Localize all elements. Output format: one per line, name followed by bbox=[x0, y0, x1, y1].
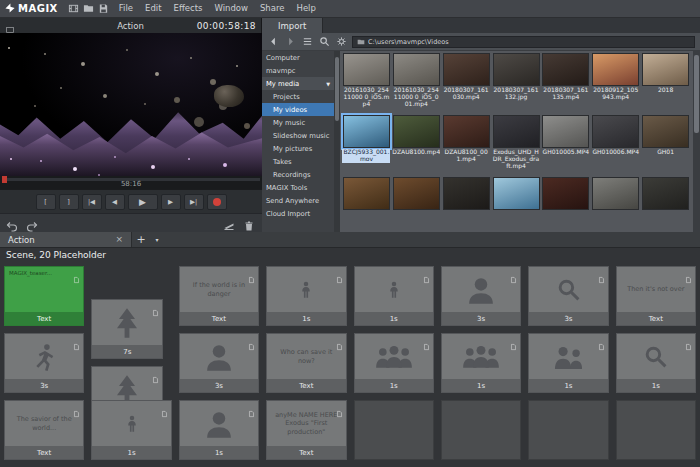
file-item[interactable] bbox=[541, 177, 590, 232]
video-viewport[interactable] bbox=[0, 33, 262, 176]
split-icon[interactable] bbox=[223, 217, 236, 230]
tree-item-my-videos[interactable]: My videos bbox=[262, 103, 334, 116]
storyboard-tile-6[interactable]: 3s bbox=[441, 266, 521, 326]
storyboard-tile-18[interactable]: 1s bbox=[91, 400, 171, 460]
import-panel: Import C:\users\mavmpc\Videos Computerma… bbox=[262, 18, 700, 232]
file-item[interactable]: 20180307_161135.mp4 bbox=[541, 53, 590, 115]
tree-scrollbar-thumb[interactable] bbox=[335, 57, 339, 121]
file-item[interactable] bbox=[342, 177, 391, 232]
menu-edit[interactable]: Edit bbox=[139, 0, 167, 17]
file-item[interactable]: BZCJ5933_001.mov bbox=[342, 115, 391, 177]
storyboard-tile-7[interactable]: 3s bbox=[528, 266, 608, 326]
file-name: DZAU8100.mp4 bbox=[392, 149, 440, 156]
storyboard-tile-1[interactable]: MAGIX_teaser...Text bbox=[4, 266, 84, 326]
tree-item-recordings[interactable]: Recordings bbox=[262, 168, 334, 181]
search-icon[interactable] bbox=[318, 35, 331, 48]
frame-back-button[interactable]: ◀ bbox=[105, 194, 125, 210]
film-icon[interactable] bbox=[66, 2, 81, 15]
tree-item-cloud-import[interactable]: Cloud Import bbox=[262, 207, 334, 220]
tree-item-my-pictures[interactable]: My pictures bbox=[262, 142, 334, 155]
storyboard-tile-17[interactable]: The savior of the world...Text bbox=[4, 400, 84, 460]
redo-icon[interactable] bbox=[26, 217, 39, 230]
tab-dropdown-button[interactable]: ▾ bbox=[150, 232, 164, 247]
tree-item-my-media[interactable]: My media▼ bbox=[262, 77, 334, 90]
storyboard-tile-19[interactable]: 1s bbox=[179, 400, 259, 460]
storyboard-tile-15[interactable]: 1s bbox=[528, 333, 608, 393]
storyboard-tile-12[interactable]: Who can save it now?Text bbox=[266, 333, 346, 393]
play-button[interactable]: ▶ bbox=[128, 194, 158, 210]
file-item[interactable] bbox=[492, 177, 541, 232]
file-item[interactable]: 20180307_161030.mp4 bbox=[442, 53, 491, 115]
file-item[interactable]: 20161030_25411000 0_iOS_001.mp4 bbox=[392, 53, 441, 115]
storyboard-tile-13[interactable]: 1s bbox=[354, 333, 434, 393]
tile-caption: 3s bbox=[529, 312, 607, 325]
frame-forward-button[interactable]: ▶ bbox=[161, 194, 181, 210]
add-tab-button[interactable]: + bbox=[132, 232, 150, 247]
forward-icon[interactable] bbox=[284, 35, 297, 48]
storyboard-tile-3[interactable]: If the world is in dangerText bbox=[179, 266, 259, 326]
file-item[interactable]: 20180912_105943.mp4 bbox=[591, 53, 640, 115]
jump-start-button[interactable]: |◀ bbox=[82, 194, 102, 210]
scrub-bar[interactable]: 58:16 bbox=[0, 176, 262, 189]
record-button[interactable] bbox=[207, 194, 227, 210]
undo-icon[interactable] bbox=[6, 217, 19, 230]
storyboard-tile-20[interactable]: anyMe NAME HERE Exodus "First production… bbox=[266, 400, 346, 460]
file-item[interactable]: GH010006.MP4 bbox=[591, 115, 640, 177]
gear-icon[interactable] bbox=[335, 35, 348, 48]
tab-action[interactable]: Action × bbox=[0, 232, 132, 247]
tab-close-icon[interactable]: × bbox=[115, 235, 123, 244]
storyboard-tile-5[interactable]: 1s bbox=[354, 266, 434, 326]
tree-item-projects[interactable]: Projects bbox=[262, 90, 334, 103]
bust-icon bbox=[204, 342, 234, 372]
file-item[interactable]: DZAU8100_001.mp4 bbox=[442, 115, 491, 177]
file-item[interactable]: Exodus_UHD_HDR_Exodus_draft.mp4 bbox=[492, 115, 541, 177]
edit-toolbar-left bbox=[6, 217, 39, 230]
tree-item-send-anywhere[interactable]: Send Anywhere bbox=[262, 194, 334, 207]
save-icon[interactable] bbox=[96, 2, 111, 15]
magix-logo-icon bbox=[5, 3, 15, 15]
tree-item-mavmpc[interactable]: mavmpc bbox=[262, 64, 334, 77]
folder-icon[interactable] bbox=[81, 2, 96, 15]
file-item[interactable]: 20180307_161132.jpg bbox=[492, 53, 541, 115]
back-icon[interactable] bbox=[267, 35, 280, 48]
file-item[interactable]: 2018 bbox=[641, 53, 690, 115]
delete-icon[interactable] bbox=[243, 217, 256, 230]
jump-end-button[interactable]: ▶| bbox=[184, 194, 204, 210]
storyboard-tile-11[interactable]: 3s bbox=[179, 333, 259, 393]
tree-item-my-music[interactable]: My music bbox=[262, 116, 334, 129]
file-item[interactable] bbox=[392, 177, 441, 232]
storyboard-tile-8[interactable]: Then it's not overText bbox=[616, 266, 696, 326]
menu-help[interactable]: Help bbox=[291, 0, 322, 17]
storyboard-tile-14[interactable]: 1s bbox=[441, 333, 521, 393]
path-field[interactable]: C:\users\mavmpc\Videos bbox=[352, 36, 695, 48]
file-item[interactable] bbox=[641, 177, 690, 232]
tree-item-magix-tools[interactable]: MAGIX Tools bbox=[262, 181, 334, 194]
range-in-button[interactable]: [ bbox=[36, 194, 56, 210]
tree-item-computer[interactable]: Computer bbox=[262, 51, 334, 64]
menu-effects[interactable]: Effects bbox=[168, 0, 209, 17]
storyboard-tile-24 bbox=[616, 400, 696, 460]
import-vertical-scrollbar[interactable] bbox=[693, 51, 700, 232]
menu-window[interactable]: Window bbox=[208, 0, 254, 17]
file-item[interactable] bbox=[591, 177, 640, 232]
import-scrollbar-thumb[interactable] bbox=[694, 55, 699, 133]
storyboard-tile-2[interactable]: 7s bbox=[91, 299, 163, 359]
person-icon bbox=[297, 276, 315, 303]
storyboard-tile-9[interactable]: 3s bbox=[4, 333, 84, 393]
tab-import[interactable]: Import bbox=[262, 18, 323, 33]
file-item[interactable]: GH01 bbox=[641, 115, 690, 177]
tree-item-takes[interactable]: Takes bbox=[262, 155, 334, 168]
bust-icon bbox=[204, 409, 234, 439]
menu-file[interactable]: File bbox=[113, 0, 139, 17]
file-item[interactable]: DZAU8100.mp4 bbox=[392, 115, 441, 177]
tile-corner-icon bbox=[336, 269, 343, 277]
menu-share[interactable]: Share bbox=[254, 0, 291, 17]
tree-item-slideshow-music[interactable]: Slideshow music bbox=[262, 129, 334, 142]
storyboard-tile-4[interactable]: 1s bbox=[266, 266, 346, 326]
file-item[interactable] bbox=[442, 177, 491, 232]
range-out-button[interactable]: ] bbox=[59, 194, 79, 210]
file-item[interactable]: GH010005.MP4 bbox=[541, 115, 590, 177]
storyboard-tile-16[interactable]: 1s bbox=[616, 333, 696, 393]
file-item[interactable]: 20161030_25411000 0_iOS.mp4 bbox=[342, 53, 391, 115]
list-icon[interactable] bbox=[301, 35, 314, 48]
